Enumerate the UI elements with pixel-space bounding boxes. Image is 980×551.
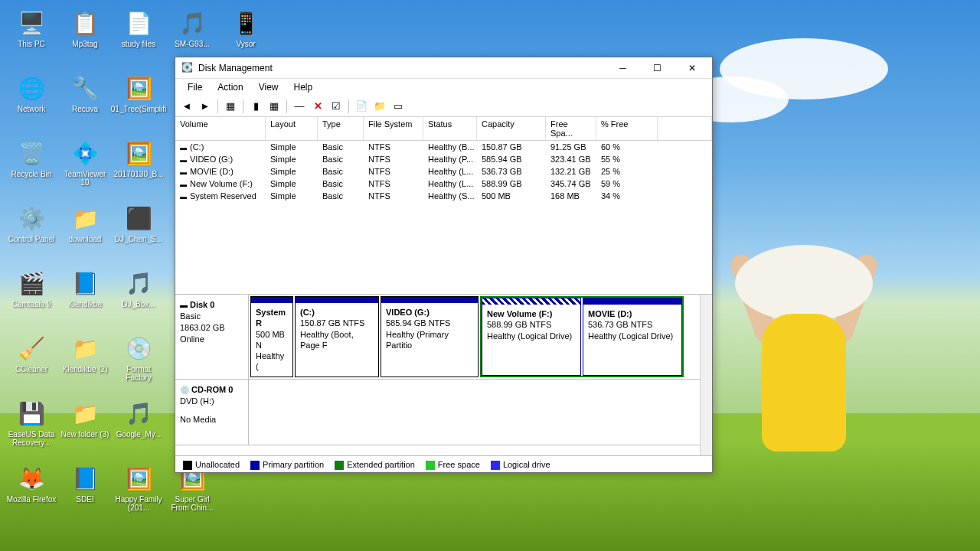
- partition[interactable]: (C:)150.87 GB NTFSHealthy (Boot, Page F: [295, 296, 379, 377]
- desktop-icon[interactable]: 📘Klendikbe: [58, 266, 112, 331]
- disk-type: Basic: [180, 311, 243, 322]
- volume-row[interactable]: ▬System Reserved SimpleBasic NTFSHealthy…: [175, 190, 712, 202]
- window-title: Disk Management: [198, 63, 606, 73]
- menu-action[interactable]: Action: [210, 80, 250, 94]
- desktop-icon[interactable]: 🔧Recuva: [58, 71, 112, 136]
- volume-row[interactable]: ▬New Volume (F:) SimpleBasic NTFSHealthy…: [175, 178, 712, 190]
- back-button[interactable]: ◄: [178, 98, 195, 115]
- separator: [286, 99, 287, 113]
- volume-row[interactable]: ▬MOVIE (D:) SimpleBasic NTFSHealthy (L..…: [175, 165, 712, 178]
- icon-label: Network: [18, 105, 46, 113]
- column-header[interactable]: Capacity: [477, 117, 546, 140]
- disk-info[interactable]: ▬Disk 0 Basic 1863.02 GB Online: [175, 295, 249, 379]
- partition[interactable]: System R500 MB NHealthy (: [250, 296, 293, 377]
- icon-label: 01_Tree(Simplifi: [111, 105, 166, 113]
- icon-image: 🖼️: [123, 73, 154, 103]
- cdrom-status: No Media: [180, 414, 243, 425]
- desktop-icon[interactable]: 🗑️Recycle Bin: [5, 136, 58, 201]
- column-header[interactable]: Status: [423, 117, 477, 140]
- app-icon: 💽: [181, 62, 194, 74]
- column-header[interactable]: File System: [364, 117, 423, 140]
- column-header[interactable]: Volume: [175, 117, 266, 140]
- icon-label: DJ_Chen_S...: [115, 235, 162, 243]
- disk-graphical-view[interactable]: ▬Disk 0 Basic 1863.02 GB Online System R…: [175, 295, 712, 455]
- icon-image: 🗑️: [16, 138, 47, 168]
- desktop-icon[interactable]: 🦊Mozilla Firefox: [5, 461, 58, 527]
- maximize-button[interactable]: ☐: [640, 58, 675, 78]
- delete-icon[interactable]: ✕: [309, 98, 326, 115]
- titlebar[interactable]: 💽 Disk Management ─ ☐ ✕: [175, 57, 712, 79]
- disk-row: 💿CD-ROM 0 DVD (H:) No Media: [175, 380, 712, 445]
- menu-view[interactable]: View: [251, 80, 286, 94]
- desktop-icon[interactable]: 📘SDEI: [58, 461, 112, 527]
- toolbar-icon[interactable]: 📄: [353, 98, 370, 115]
- icon-image: 🧹: [16, 333, 47, 364]
- icon-image: 📁: [70, 333, 100, 364]
- forward-button[interactable]: ►: [197, 98, 214, 115]
- icon-label: Google_My...: [116, 430, 162, 439]
- volume-list[interactable]: VolumeLayoutTypeFile SystemStatusCapacit…: [175, 117, 712, 295]
- desktop-icon[interactable]: 💿Format Factory: [112, 331, 165, 396]
- separator: [217, 99, 218, 113]
- properties-icon[interactable]: ☑: [328, 98, 345, 115]
- desktop-icon[interactable]: 🎵Google_My...: [112, 396, 165, 461]
- icon-image: 📄: [123, 8, 154, 38]
- desktop-icon[interactable]: 📁New folder (3): [58, 396, 112, 461]
- column-header[interactable]: Layout: [266, 117, 318, 140]
- icon-label: Mozilla Firefox: [7, 495, 56, 504]
- desktop-icon[interactable]: 🧹CCleaner: [5, 331, 58, 396]
- icon-image: 🎵: [177, 8, 207, 38]
- toolbar-icon[interactable]: 📁: [371, 98, 388, 115]
- close-button[interactable]: ✕: [675, 58, 709, 78]
- desktop-icon[interactable]: 🖥️This PC: [5, 6, 58, 71]
- desktop-icon[interactable]: 🌐Network: [5, 71, 58, 136]
- icon-label: Camtasia 9: [12, 300, 51, 308]
- desktop-icon[interactable]: 🖼️Happy Family (201...: [112, 461, 165, 527]
- icon-image: 📁: [70, 398, 100, 429]
- icon-image: 📘: [70, 268, 100, 298]
- desktop-icon[interactable]: 📁Klendikbe (2): [58, 331, 112, 396]
- desktop-icon[interactable]: 📄study files: [112, 6, 165, 71]
- disk-info[interactable]: 💿CD-ROM 0 DVD (H:) No Media: [175, 380, 249, 445]
- menu-file[interactable]: File: [180, 80, 210, 94]
- icon-label: EaseUS Data Recovery...: [6, 430, 57, 447]
- minimize-button[interactable]: ─: [606, 58, 640, 78]
- toolbar-icon[interactable]: ▮: [247, 98, 264, 115]
- desktop-icon[interactable]: 🖼️01_Tree(Simplifi: [112, 71, 165, 136]
- volume-row[interactable]: ▬VIDEO (G:) SimpleBasic NTFSHealthy (P..…: [175, 153, 712, 165]
- icon-label: study files: [122, 40, 155, 48]
- desktop-icon[interactable]: ⬛DJ_Chen_S...: [112, 201, 165, 266]
- desktop-icon[interactable]: 🖼️20170130_B...: [112, 136, 165, 201]
- disk-label: CD-ROM 0: [191, 385, 233, 394]
- disk-row: ▬Disk 0 Basic 1863.02 GB Online System R…: [175, 295, 712, 380]
- scrollbar[interactable]: [700, 295, 712, 455]
- icon-label: Super Girl From Chin...: [167, 495, 217, 512]
- desktop-icon[interactable]: 🎵DJ_Box...: [112, 266, 165, 331]
- desktop-icon[interactable]: 📁download: [58, 201, 112, 266]
- desktop-icon[interactable]: 🎬Camtasia 9: [5, 266, 58, 331]
- toolbar-icon[interactable]: ▭: [390, 98, 407, 115]
- desktop-icon[interactable]: 💾EaseUS Data Recovery...: [5, 396, 58, 461]
- column-header[interactable]: Free Spa...: [546, 117, 596, 140]
- desktop-icon[interactable]: 📋Mp3tag: [58, 6, 112, 71]
- icon-image: 🖥️: [16, 8, 47, 38]
- partition-logical[interactable]: MOVIE (D:)536.73 GB NTFSHealthy (Logical…: [583, 298, 682, 376]
- desktop-icon[interactable]: ⚙️Control Panel: [5, 201, 58, 266]
- toolbar-icon[interactable]: —: [291, 98, 308, 115]
- menu-help[interactable]: Help: [286, 80, 321, 94]
- column-headers: VolumeLayoutTypeFile SystemStatusCapacit…: [175, 117, 712, 141]
- icon-label: Vysor: [236, 40, 255, 48]
- disk-icon: ▬: [180, 301, 188, 309]
- toolbar-icon[interactable]: ▦: [222, 98, 239, 115]
- volume-row[interactable]: ▬(C:) SimpleBasic NTFSHealthy (B... 150.…: [175, 141, 712, 153]
- partition[interactable]: VIDEO (G:)585.94 GB NTFSHealthy (Primary…: [381, 296, 479, 377]
- partition-logical[interactable]: New Volume (F:)588.99 GB NTFSHealthy (Lo…: [482, 298, 581, 376]
- wallpaper-person: [735, 245, 873, 505]
- column-header[interactable]: % Free: [596, 117, 658, 140]
- column-header[interactable]: Type: [318, 117, 364, 140]
- desktop-icon[interactable]: 💠TeamViewer 10: [58, 136, 112, 201]
- disk-management-window: 💽 Disk Management ─ ☐ ✕ FileActionViewHe…: [175, 57, 713, 473]
- icon-image: 🎵: [123, 398, 154, 429]
- toolbar-icon[interactable]: ▦: [266, 98, 283, 115]
- icon-image: ⚙️: [16, 203, 47, 233]
